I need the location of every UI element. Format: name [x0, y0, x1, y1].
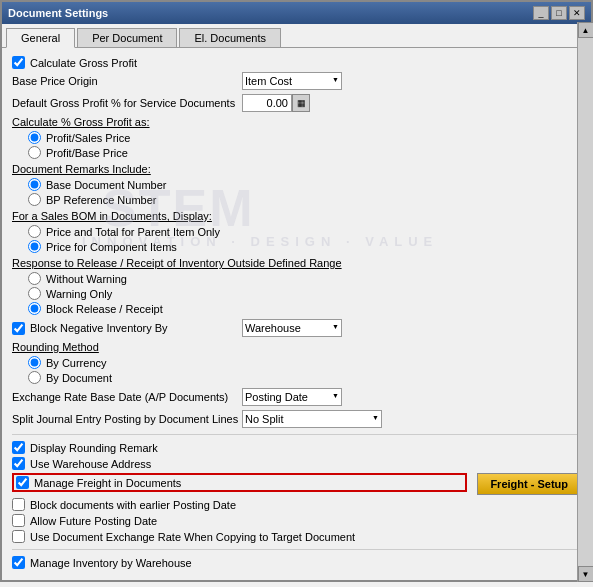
by-currency-radio-row: By Currency — [12, 356, 581, 369]
warning-only-label: Warning Only — [46, 288, 112, 300]
rounding-method-label: Rounding Method — [12, 341, 581, 353]
divider-2 — [12, 549, 581, 550]
freight-setup-button[interactable]: Freight - Setup — [477, 473, 581, 495]
component-items-radio[interactable] — [28, 240, 41, 253]
by-document-radio-row: By Document — [12, 371, 581, 384]
block-earlier-posting-checkbox[interactable] — [12, 498, 25, 511]
content-area: STEM INNOVATION · DESIGN · VALUE Calcula… — [2, 48, 591, 580]
block-earlier-posting-label: Block documents with earlier Posting Dat… — [30, 499, 236, 511]
exchange-rate-dropdown[interactable]: Posting Date — [242, 388, 342, 406]
base-price-label: Base Price Origin — [12, 75, 242, 87]
base-doc-number-radio-row: Base Document Number — [12, 178, 581, 191]
document-remarks-label: Document Remarks Include: — [12, 163, 581, 175]
document-remarks-section: Document Remarks Include: Base Document … — [12, 163, 581, 206]
calc-button[interactable]: ▦ — [292, 94, 310, 112]
parent-item-only-radio-row: Price and Total for Parent Item Only — [12, 225, 581, 238]
minimize-button[interactable]: _ — [533, 6, 549, 20]
base-price-dropdown[interactable]: Item Cost — [242, 72, 342, 90]
tab-general[interactable]: General — [6, 28, 75, 48]
block-negative-inventory-row: Block Negative Inventory By Warehouse — [12, 319, 581, 337]
manage-inventory-warehouse-row: Manage Inventory by Warehouse — [12, 556, 581, 569]
use-warehouse-address-row: Use Warehouse Address — [12, 457, 581, 470]
default-gross-profit-row: Default Gross Profit % for Service Docum… — [12, 94, 581, 112]
by-currency-label: By Currency — [46, 357, 107, 369]
close-button[interactable]: ✕ — [569, 6, 585, 20]
response-release-section: Response to Release / Receipt of Invento… — [12, 257, 581, 315]
parent-item-only-radio[interactable] — [28, 225, 41, 238]
manage-inventory-warehouse-label: Manage Inventory by Warehouse — [30, 557, 192, 569]
use-doc-exchange-rate-row: Use Document Exchange Rate When Copying … — [12, 530, 581, 543]
exchange-rate-label: Exchange Rate Base Date (A/P Documents) — [12, 391, 242, 403]
default-gross-profit-label: Default Gross Profit % for Service Docum… — [12, 97, 242, 109]
calculate-gross-profit-row: Calculate Gross Profit — [12, 56, 581, 69]
by-currency-radio[interactable] — [28, 356, 41, 369]
bp-reference-radio[interactable] — [28, 193, 41, 206]
rounding-method-section: Rounding Method By Currency By Document — [12, 341, 581, 384]
tab-el-documents[interactable]: El. Documents — [179, 28, 281, 47]
exchange-rate-dropdown-wrap: Posting Date — [242, 388, 342, 406]
scroll-up-button[interactable]: ▲ — [578, 22, 594, 38]
calculate-gross-profit-checkbox[interactable] — [12, 56, 25, 69]
use-doc-exchange-rate-label: Use Document Exchange Rate When Copying … — [30, 531, 355, 543]
exchange-rate-row: Exchange Rate Base Date (A/P Documents) … — [12, 388, 581, 406]
block-release-label: Block Release / Receipt — [46, 303, 163, 315]
bp-reference-radio-row: BP Reference Number — [12, 193, 581, 206]
base-doc-number-radio[interactable] — [28, 178, 41, 191]
maximize-button[interactable]: □ — [551, 6, 567, 20]
block-negative-inventory-check-wrap: Block Negative Inventory By — [12, 322, 242, 335]
without-warning-radio[interactable] — [28, 272, 41, 285]
profit-base-label: Profit/Base Price — [46, 147, 128, 159]
allow-future-posting-label: Allow Future Posting Date — [30, 515, 157, 527]
divider-1 — [12, 434, 581, 435]
profit-sales-label: Profit/Sales Price — [46, 132, 130, 144]
manage-inventory-warehouse-checkbox[interactable] — [12, 556, 25, 569]
block-negative-inventory-label: Block Negative Inventory By — [30, 322, 168, 334]
calculate-gross-profit-label: Calculate Gross Profit — [30, 57, 137, 69]
base-doc-number-label: Base Document Number — [46, 179, 166, 191]
component-items-radio-row: Price for Component Items — [12, 240, 581, 253]
block-earlier-posting-row: Block documents with earlier Posting Dat… — [12, 498, 581, 511]
parent-item-only-label: Price and Total for Parent Item Only — [46, 226, 220, 238]
by-document-radio[interactable] — [28, 371, 41, 384]
default-gross-profit-input[interactable] — [242, 94, 292, 112]
base-price-row: Base Price Origin Item Cost — [12, 72, 581, 90]
block-negative-inventory-dropdown[interactable]: Warehouse — [242, 319, 342, 337]
split-journal-row: Split Journal Entry Posting by Document … — [12, 410, 581, 428]
response-release-label: Response to Release / Receipt of Invento… — [12, 257, 581, 269]
display-rounding-checkbox[interactable] — [12, 441, 25, 454]
display-rounding-label: Display Rounding Remark — [30, 442, 158, 454]
window-title: Document Settings — [8, 7, 108, 19]
use-warehouse-address-label: Use Warehouse Address — [30, 458, 151, 470]
scroll-down-button[interactable]: ▼ — [578, 566, 594, 582]
block-negative-inventory-checkbox[interactable] — [12, 322, 25, 335]
manage-freight-checkbox[interactable] — [16, 476, 29, 489]
calculate-gp-section: Calculate % Gross Profit as: Profit/Sale… — [12, 116, 581, 159]
use-doc-exchange-rate-checkbox[interactable] — [12, 530, 25, 543]
split-journal-dropdown-wrap: No Split — [242, 410, 382, 428]
component-items-label: Price for Component Items — [46, 241, 177, 253]
manage-freight-container: Manage Freight in Documents Freight - Se… — [12, 473, 581, 495]
tab-per-document[interactable]: Per Document — [77, 28, 177, 47]
tab-bar: General Per Document El. Documents — [2, 24, 591, 48]
without-warning-radio-row: Without Warning — [12, 272, 581, 285]
sales-bom-section: For a Sales BOM in Documents, Display: P… — [12, 210, 581, 253]
warning-only-radio[interactable] — [28, 287, 41, 300]
allow-future-posting-checkbox[interactable] — [12, 514, 25, 527]
profit-sales-radio[interactable] — [28, 131, 41, 144]
sales-bom-label: For a Sales BOM in Documents, Display: — [12, 210, 581, 222]
by-document-label: By Document — [46, 372, 112, 384]
bp-reference-label: BP Reference Number — [46, 194, 156, 206]
profit-sales-radio-row: Profit/Sales Price — [12, 131, 581, 144]
block-release-radio-row: Block Release / Receipt — [12, 302, 581, 315]
manage-freight-label: Manage Freight in Documents — [34, 477, 181, 489]
scrollbar: ▲ ▼ — [577, 22, 593, 582]
profit-base-radio-row: Profit/Base Price — [12, 146, 581, 159]
allow-future-posting-row: Allow Future Posting Date — [12, 514, 581, 527]
manage-freight-highlighted-row: Manage Freight in Documents — [12, 473, 467, 492]
profit-base-radio[interactable] — [28, 146, 41, 159]
without-warning-label: Without Warning — [46, 273, 127, 285]
block-release-radio[interactable] — [28, 302, 41, 315]
use-warehouse-address-checkbox[interactable] — [12, 457, 25, 470]
title-bar: Document Settings _ □ ✕ — [2, 2, 591, 24]
split-journal-dropdown[interactable]: No Split — [242, 410, 382, 428]
